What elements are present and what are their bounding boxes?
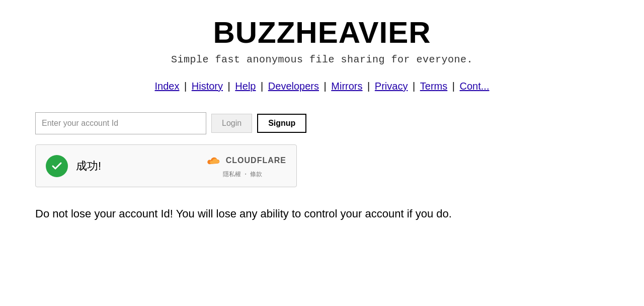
nav-help[interactable]: Help [235,81,256,92]
tagline: Simple fast anonymous file sharing for e… [0,54,644,65]
captcha-success-text: 成功! [76,159,101,174]
nav-sep-5: | [367,81,373,92]
nav-sep-6: | [413,81,418,92]
nav-mirrors[interactable]: Mirrors [331,81,362,92]
nav-sep-2: | [228,81,233,92]
nav-privacy[interactable]: Privacy [375,81,408,92]
cloudflare-links: 隱私權 ・ 條款 [223,170,263,179]
checkmark-svg [51,160,63,172]
site-title: BUZZHEAVIER [0,15,644,50]
navigation: Index | History | Help | Developers | Mi… [0,81,644,92]
main-content: Login Signup 成功! CLOUDFLARE 隱私權 ・ 條款 [0,112,644,220]
cloudflare-logo: CLOUDFLARE 隱私權 ・ 條款 [199,153,286,179]
login-button[interactable]: Login [211,114,252,133]
captcha-box: 成功! CLOUDFLARE 隱私權 ・ 條款 [35,144,297,187]
nav-index[interactable]: Index [155,81,180,92]
cloudflare-cloud-icon [199,153,223,168]
nav-terms[interactable]: Terms [420,81,447,92]
cloudflare-name: CLOUDFLARE [226,156,286,165]
cloudflare-cloud: CLOUDFLARE [199,153,286,168]
success-check-icon [46,155,68,177]
nav-sep-4: | [324,81,330,92]
nav-developers[interactable]: Developers [268,81,319,92]
warning-text: Do not lose your account Id! You will lo… [35,207,644,220]
nav-sep-1: | [184,81,190,92]
nav-contact[interactable]: Cont... [460,81,490,92]
nav-sep-7: | [452,81,458,92]
signup-button[interactable]: Signup [257,114,306,133]
nav-history[interactable]: History [192,81,223,92]
login-row: Login Signup [35,112,644,134]
header: BUZZHEAVIER Simple fast anonymous file s… [0,0,644,70]
nav-sep-3: | [261,81,266,92]
captcha-left: 成功! [46,155,101,177]
account-id-input[interactable] [35,112,206,134]
